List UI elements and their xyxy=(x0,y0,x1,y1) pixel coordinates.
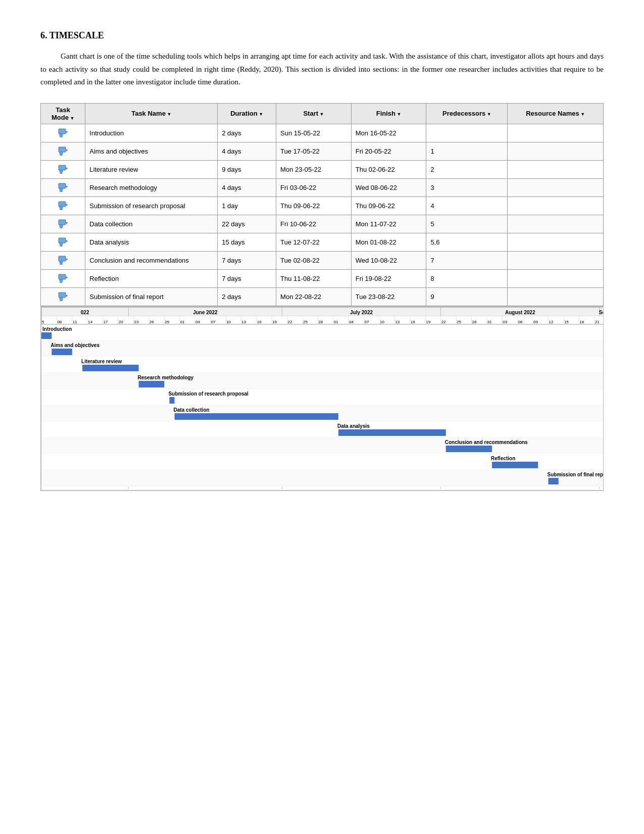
svg-text:022: 022 xyxy=(81,310,89,315)
task-mode-icon xyxy=(58,200,69,211)
svg-rect-183 xyxy=(492,462,538,468)
task-duration: 22 days xyxy=(218,215,276,233)
svg-rect-15 xyxy=(59,183,66,188)
table-row: Introduction2 daysSun 15-05-22Mon 16-05-… xyxy=(41,124,604,142)
task-predecessors: 5 xyxy=(426,215,508,233)
svg-text:19: 19 xyxy=(272,320,277,324)
task-mode-icon xyxy=(58,218,69,229)
task-duration: 4 days xyxy=(218,178,276,197)
svg-rect-10 xyxy=(59,165,66,170)
task-resource xyxy=(508,251,604,269)
svg-text:Introduction: Introduction xyxy=(42,326,72,332)
task-resource xyxy=(508,233,604,251)
svg-rect-153 xyxy=(41,340,604,357)
task-mode-icon xyxy=(58,254,69,265)
task-mode-icon xyxy=(58,145,69,156)
svg-text:23: 23 xyxy=(134,320,138,324)
svg-text:Data collection: Data collection xyxy=(174,407,210,413)
svg-marker-16 xyxy=(66,186,68,188)
gantt-table: TaskMode Task Name Duration Start Finish… xyxy=(40,103,604,306)
svg-rect-155 xyxy=(52,349,72,355)
section-title: 6. TIMESCALE xyxy=(40,30,604,41)
task-resource xyxy=(508,287,604,306)
svg-rect-187 xyxy=(549,478,559,484)
svg-rect-179 xyxy=(446,446,492,452)
task-mode-cell xyxy=(41,287,85,306)
svg-text:04: 04 xyxy=(195,320,200,324)
svg-text:07: 07 xyxy=(365,320,369,324)
col-header-resource[interactable]: Resource Names xyxy=(508,103,604,124)
svg-text:07: 07 xyxy=(211,320,216,324)
col-header-mode[interactable]: TaskMode xyxy=(41,103,85,124)
svg-text:19: 19 xyxy=(426,320,430,324)
task-mode-cell xyxy=(41,251,85,269)
col-header-name[interactable]: Task Name xyxy=(85,103,218,124)
svg-text:26: 26 xyxy=(150,320,154,324)
task-duration: 7 days xyxy=(218,251,276,269)
svg-text:22: 22 xyxy=(288,320,292,324)
task-name: Data analysis xyxy=(85,233,218,251)
task-start: Tue 02-08-22 xyxy=(276,251,352,269)
task-name: Submission of research proposal xyxy=(85,197,218,215)
svg-rect-40 xyxy=(59,274,66,279)
svg-rect-159 xyxy=(82,365,139,371)
task-mode-cell xyxy=(41,178,85,197)
col-header-finish[interactable]: Finish xyxy=(351,103,426,124)
task-start: Tue 12-07-22 xyxy=(276,233,352,251)
task-name: Literature review xyxy=(85,160,218,178)
task-resource xyxy=(508,142,604,160)
task-finish: Fri 19-08-22 xyxy=(351,269,426,287)
task-start: Fri 10-06-22 xyxy=(276,215,352,233)
task-duration: 1 day xyxy=(218,197,276,215)
svg-text:20: 20 xyxy=(119,320,123,324)
svg-rect-42 xyxy=(60,279,63,281)
svg-rect-22 xyxy=(60,207,63,209)
svg-rect-163 xyxy=(139,381,165,387)
task-name: Introduction xyxy=(85,124,218,142)
task-mode-cell xyxy=(41,124,85,142)
svg-text:29: 29 xyxy=(165,320,169,324)
svg-text:August 2022: August 2022 xyxy=(505,310,535,315)
table-row: Reflection7 daysThu 11-08-22Fri 19-08-22… xyxy=(41,269,604,287)
task-duration: 15 days xyxy=(218,233,276,251)
table-row: Data collection22 daysFri 10-06-22Mon 11… xyxy=(41,215,604,233)
task-resource xyxy=(508,197,604,215)
task-predecessors: 1 xyxy=(426,142,508,160)
col-header-duration[interactable]: Duration xyxy=(218,103,276,124)
task-name: Research methodology xyxy=(85,178,218,197)
task-mode-cell xyxy=(41,215,85,233)
svg-text:Data analysis: Data analysis xyxy=(337,423,370,429)
svg-rect-5 xyxy=(59,147,66,152)
table-row: Submission of final report2 daysMon 22-0… xyxy=(41,287,604,306)
svg-text:Research methodology: Research methodology xyxy=(138,375,194,380)
svg-text:5: 5 xyxy=(42,320,44,324)
task-duration: 9 days xyxy=(218,160,276,178)
svg-text:Se: Se xyxy=(599,310,604,315)
col-header-start[interactable]: Start xyxy=(276,103,352,124)
table-row: Research methodology4 daysFri 03-06-22We… xyxy=(41,178,604,197)
task-predecessors: 2 xyxy=(426,160,508,178)
svg-text:14: 14 xyxy=(88,320,92,324)
task-name: Conclusion and recommendations xyxy=(85,251,218,269)
svg-text:01: 01 xyxy=(180,320,185,324)
task-mode-icon xyxy=(58,236,69,247)
svg-text:10: 10 xyxy=(226,320,231,324)
svg-rect-171 xyxy=(175,413,338,420)
svg-text:July 2022: July 2022 xyxy=(350,310,373,315)
gantt-chart: 022June 2022July 2022August 2022Se508111… xyxy=(40,306,604,491)
task-start: Fri 03-06-22 xyxy=(276,178,352,197)
svg-text:16: 16 xyxy=(411,320,415,324)
task-resource xyxy=(508,160,604,178)
svg-text:18: 18 xyxy=(579,320,584,324)
svg-text:11: 11 xyxy=(73,320,77,324)
task-predecessors: 7 xyxy=(426,251,508,269)
svg-text:31: 31 xyxy=(487,320,492,324)
task-resource xyxy=(508,124,604,142)
svg-marker-11 xyxy=(66,168,68,170)
svg-text:25: 25 xyxy=(303,320,308,324)
col-header-pred[interactable]: Predecessors xyxy=(426,103,508,124)
svg-text:01: 01 xyxy=(334,320,338,324)
svg-rect-17 xyxy=(60,188,63,190)
task-start: Sun 15-05-22 xyxy=(276,124,352,142)
svg-rect-0 xyxy=(59,129,66,134)
